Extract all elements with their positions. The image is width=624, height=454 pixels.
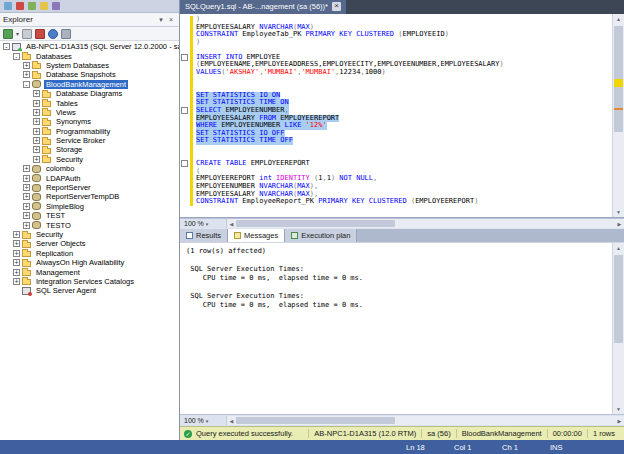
expand-icon[interactable]: + [13, 250, 20, 257]
tab-execution-plan[interactable]: Execution plan [285, 229, 357, 242]
tab-sqlquery1[interactable]: SQLQuery1.sql - AB-...nagement (sa (56))… [180, 0, 346, 14]
stop-icon[interactable] [35, 29, 45, 39]
toolbar-icon[interactable] [28, 2, 36, 10]
expand-icon[interactable]: + [13, 259, 20, 266]
collapse-icon[interactable]: - [23, 81, 30, 88]
code-line[interactable] [180, 145, 612, 153]
tab-results[interactable]: Results [180, 229, 228, 242]
editor-vertical-scrollbar[interactable]: ▲ ▼ [612, 14, 624, 217]
scrollbar-track[interactable] [236, 417, 615, 424]
code-line[interactable] [180, 77, 612, 85]
connect-icon[interactable] [3, 29, 13, 39]
code-line[interactable]: VALUES('AKSHAY','MUMBAI','MUMBAI',12234,… [180, 69, 612, 77]
tree-item[interactable]: +Views [0, 108, 179, 117]
expand-icon[interactable]: + [13, 240, 20, 247]
scroll-down-icon[interactable]: ▼ [613, 404, 624, 414]
expand-icon[interactable]: + [23, 62, 30, 69]
expand-icon[interactable]: + [23, 212, 30, 219]
expand-icon[interactable]: + [33, 90, 40, 97]
toolbar-icon[interactable] [16, 2, 24, 10]
toolbar-icon[interactable] [4, 2, 12, 10]
tree-item[interactable]: +Service Broker [0, 136, 179, 145]
tree-item[interactable]: SQL Server Agent [0, 286, 179, 295]
code-line[interactable]: -CREATE TABLE EMPLOYEEREPORT [180, 160, 612, 168]
results-horizontal-scrollbar[interactable]: ◀ ▶ [226, 416, 624, 425]
tree-item[interactable]: -BloodBankManagement [0, 80, 179, 89]
code-line[interactable]: ) [180, 39, 612, 47]
tab-messages[interactable]: Messages [228, 229, 285, 242]
tree-item[interactable]: +System Databases [0, 61, 179, 70]
expand-icon[interactable]: + [23, 165, 30, 172]
close-icon[interactable]: × [166, 16, 176, 23]
code-line[interactable]: CONSTRAINT EmployeeReport_PK PRIMARY KEY… [180, 198, 612, 206]
expand-icon[interactable]: + [33, 109, 40, 116]
scrollbar-track[interactable] [613, 253, 624, 404]
tree-item[interactable]: +colombo [0, 164, 179, 173]
fold-collapse-icon[interactable]: - [180, 107, 190, 115]
chevron-down-icon[interactable]: ▾ [16, 30, 19, 37]
tree-item[interactable]: +Tables [0, 98, 179, 107]
tree-item[interactable]: +LDAPAuth [0, 173, 179, 182]
tree-item[interactable]: +Replication [0, 249, 179, 258]
scrollbar-thumb[interactable] [236, 220, 395, 227]
expand-icon[interactable]: + [23, 203, 30, 210]
editor-horizontal-scrollbar[interactable]: ◀ ▶ [226, 219, 624, 228]
expand-icon[interactable]: + [23, 71, 30, 78]
scroll-right-icon[interactable]: ▶ [615, 418, 624, 424]
tree-item[interactable]: +Database Snapshots [0, 70, 179, 79]
tree-item[interactable]: -AB-NPC1-D1A315 (SQL Server 12.0.2000 - … [0, 42, 179, 51]
zoom-control[interactable]: 100 % ▾ [180, 220, 226, 227]
tree-item[interactable]: +Integration Services Catalogs [0, 277, 179, 286]
collapse-icon[interactable]: - [3, 43, 10, 50]
toolbar-icon[interactable] [52, 2, 60, 10]
tree-item[interactable]: +ReportServer [0, 183, 179, 192]
sql-editor[interactable]: )EMPLOYEESALARY NVARCHAR(MAX)CONSTRAINT … [180, 14, 624, 218]
tree-item[interactable]: +TESTO [0, 220, 179, 229]
collapse-icon[interactable]: - [13, 53, 20, 60]
code-area[interactable]: )EMPLOYEESALARY NVARCHAR(MAX)CONSTRAINT … [180, 14, 612, 217]
tree-item[interactable]: +Storage [0, 145, 179, 154]
tree-item[interactable]: +Security [0, 230, 179, 239]
refresh-icon[interactable] [48, 29, 58, 39]
filter-icon[interactable] [61, 29, 71, 39]
expand-icon[interactable]: + [33, 156, 40, 163]
expand-icon[interactable]: + [33, 100, 40, 107]
expand-icon[interactable]: + [23, 222, 30, 229]
tree-item[interactable]: +Database Diagrams [0, 89, 179, 98]
tree-item[interactable]: +SimpleBlog [0, 202, 179, 211]
scroll-left-icon[interactable]: ◀ [227, 221, 236, 227]
expand-icon[interactable]: + [33, 118, 40, 125]
tree-item[interactable]: -Databases [0, 51, 179, 60]
expand-icon[interactable]: + [23, 184, 30, 191]
disconnect-icon[interactable] [22, 29, 32, 39]
scroll-up-icon[interactable]: ▲ [613, 243, 624, 253]
tree-item[interactable]: +AlwaysOn High Availability [0, 258, 179, 267]
tree-item[interactable]: +Programmability [0, 127, 179, 136]
scroll-left-icon[interactable]: ◀ [227, 418, 236, 424]
object-explorer-header[interactable]: Explorer ▾ × [0, 13, 179, 27]
fold-collapse-icon[interactable]: - [180, 160, 190, 168]
expand-icon[interactable]: + [13, 269, 20, 276]
scroll-up-icon[interactable]: ▲ [613, 14, 624, 24]
code-line[interactable]: CONSTRAINT EmployeeTab_PK PRIMARY KEY CL… [180, 31, 612, 39]
code-line[interactable]: SET STATISTICS TIME OFF [180, 137, 612, 145]
scrollbar-thumb[interactable] [236, 417, 395, 424]
scroll-down-icon[interactable]: ▼ [613, 207, 624, 217]
expand-icon[interactable]: + [13, 278, 20, 285]
tree-item[interactable]: +Server Objects [0, 239, 179, 248]
results-vertical-scrollbar[interactable]: ▲ ▼ [612, 243, 624, 414]
scrollbar-track[interactable] [236, 220, 615, 227]
scrollbar-track[interactable] [613, 24, 624, 207]
scroll-right-icon[interactable]: ▶ [615, 221, 624, 227]
expand-icon[interactable]: + [33, 128, 40, 135]
tree-item[interactable]: +Synonyms [0, 117, 179, 126]
expand-icon[interactable]: + [23, 193, 30, 200]
close-icon[interactable]: × [332, 2, 341, 11]
expand-icon[interactable]: + [23, 175, 30, 182]
tree-item[interactable]: +ReportServerTempDB [0, 192, 179, 201]
tree-item[interactable]: +Management [0, 267, 179, 276]
expand-icon[interactable]: + [33, 137, 40, 144]
expand-icon[interactable]: + [13, 231, 20, 238]
expand-icon[interactable]: + [33, 146, 40, 153]
toolbar-icon[interactable] [40, 2, 48, 10]
